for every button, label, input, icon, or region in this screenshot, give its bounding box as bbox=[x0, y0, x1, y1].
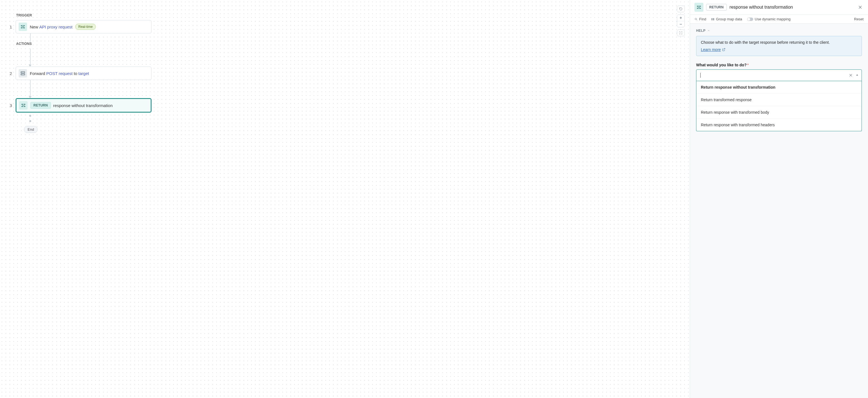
clear-button[interactable] bbox=[849, 73, 853, 77]
svg-rect-7 bbox=[21, 74, 25, 75]
toggle-icon bbox=[747, 18, 753, 21]
dynamic-mapping-toggle[interactable]: Use dynamic mapping bbox=[747, 17, 790, 21]
reset-label: Reset bbox=[854, 17, 864, 21]
trigger-link[interactable]: API proxy request bbox=[39, 25, 72, 29]
target-link[interactable]: target bbox=[78, 71, 89, 76]
connector bbox=[30, 49, 31, 65]
svg-point-2 bbox=[24, 25, 25, 26]
step-number-3: 3 bbox=[8, 103, 14, 108]
zoom-in-button[interactable] bbox=[677, 15, 684, 21]
api-proxy-icon bbox=[19, 23, 27, 31]
help-text: Choose what to do with the target respon… bbox=[701, 40, 857, 44]
panel-toolbar: Find Group map data Use dynamic mapping … bbox=[690, 15, 868, 24]
svg-marker-35 bbox=[856, 74, 858, 75]
trigger-card[interactable]: New API proxy request Real-time bbox=[16, 20, 152, 33]
return-action-card[interactable]: RETURN response without transformation bbox=[16, 98, 152, 113]
section-actions-label: ACTIONS bbox=[16, 42, 152, 46]
connector-dot bbox=[29, 120, 31, 122]
step-number-2: 2 bbox=[8, 71, 14, 76]
group-map-label: Group map data bbox=[716, 17, 742, 21]
connector-dot bbox=[29, 115, 31, 117]
field-label-text: What would you like to do? bbox=[696, 63, 747, 67]
svg-point-20 bbox=[697, 6, 698, 6]
svg-rect-6 bbox=[21, 72, 25, 73]
help-label-text: HELP bbox=[696, 29, 706, 33]
forward-text-1: Forward bbox=[30, 71, 45, 76]
api-proxy-icon bbox=[19, 101, 28, 110]
svg-point-13 bbox=[25, 106, 25, 107]
center-icon bbox=[677, 30, 684, 36]
undo-icon bbox=[677, 6, 684, 12]
action-select-input[interactable] bbox=[701, 72, 849, 79]
connector bbox=[30, 33, 31, 42]
post-request-link[interactable]: POST request bbox=[46, 71, 73, 76]
dropdown-option[interactable]: Return response without transformation bbox=[696, 81, 862, 94]
dynamic-mapping-label: Use dynamic mapping bbox=[755, 17, 790, 21]
return-description: response without transformation bbox=[53, 103, 113, 108]
action-select[interactable] bbox=[696, 69, 862, 81]
step-number-1: 1 bbox=[8, 25, 14, 29]
dropdown-option[interactable]: Return transformed response bbox=[696, 94, 862, 106]
learn-more-text: Learn more bbox=[701, 48, 721, 52]
dropdown-option[interactable]: Return response with transformed headers bbox=[696, 119, 862, 131]
svg-point-0 bbox=[21, 25, 22, 26]
svg-point-10 bbox=[22, 104, 22, 104]
caret-up-icon bbox=[856, 73, 859, 76]
svg-line-29 bbox=[696, 20, 697, 20]
action-forward-card[interactable]: Forward POST request to target bbox=[16, 67, 152, 80]
learn-more-link[interactable]: Learn more bbox=[701, 48, 725, 52]
field-label: What would you like to do?* bbox=[696, 63, 862, 67]
group-map-button[interactable]: Group map data bbox=[711, 17, 742, 21]
section-trigger-label: TRIGGER bbox=[16, 13, 152, 17]
help-box: Choose what to do with the target respon… bbox=[696, 36, 862, 56]
find-label: Find bbox=[699, 17, 706, 21]
svg-point-22 bbox=[700, 6, 701, 6]
dropdown-option[interactable]: Return response with transformed body bbox=[696, 106, 862, 119]
close-button[interactable] bbox=[857, 4, 864, 10]
config-panel: RETURN response without transformation F… bbox=[690, 0, 868, 398]
svg-line-32 bbox=[723, 49, 725, 50]
flow-canvas[interactable]: TRIGGER 1 New API proxy request Real-tim… bbox=[0, 0, 690, 398]
svg-point-28 bbox=[695, 18, 697, 20]
end-pill: End bbox=[24, 126, 38, 133]
return-pill: RETURN bbox=[30, 102, 51, 109]
server-icon bbox=[19, 69, 27, 78]
zoom-out-button[interactable] bbox=[677, 21, 684, 27]
panel-title: response without transformation bbox=[730, 5, 857, 10]
connector bbox=[30, 80, 31, 97]
svg-point-3 bbox=[24, 28, 25, 28]
find-button[interactable]: Find bbox=[694, 17, 706, 21]
forward-text-2: to bbox=[74, 71, 78, 76]
trigger-prefix: New bbox=[30, 25, 38, 29]
svg-point-12 bbox=[25, 104, 25, 104]
reset-button[interactable]: Reset bbox=[854, 17, 864, 21]
svg-rect-30 bbox=[712, 18, 713, 20]
help-toggle[interactable]: HELP bbox=[696, 29, 862, 33]
panel-header: RETURN response without transformation bbox=[690, 0, 868, 15]
external-link-icon bbox=[722, 48, 725, 51]
realtime-badge: Real-time bbox=[75, 24, 96, 30]
collapse-button[interactable] bbox=[856, 73, 859, 77]
return-pill: RETURN bbox=[706, 4, 727, 10]
svg-point-1 bbox=[21, 28, 22, 28]
svg-point-21 bbox=[697, 8, 698, 9]
svg-rect-31 bbox=[713, 18, 714, 20]
fit-view-button[interactable] bbox=[677, 30, 685, 36]
chevron-up-icon bbox=[707, 29, 710, 32]
svg-point-11 bbox=[22, 106, 22, 107]
svg-point-23 bbox=[700, 8, 701, 9]
api-proxy-icon bbox=[694, 3, 703, 12]
action-select-dropdown: Return response without transformation R… bbox=[696, 81, 862, 131]
reset-view-button[interactable] bbox=[677, 6, 685, 12]
